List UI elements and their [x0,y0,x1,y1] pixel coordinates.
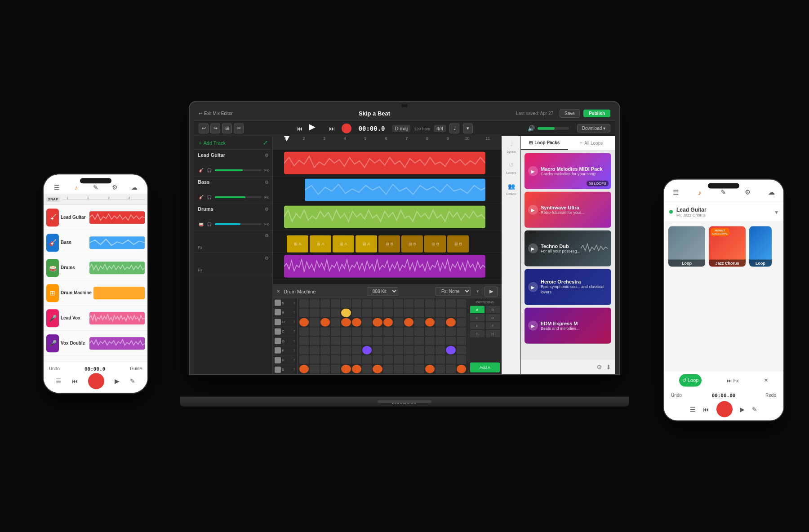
track-fx-label[interactable]: Fx [198,268,269,272]
redo-button[interactable]: ↪ [210,123,220,133]
dm-cell[interactable] [414,327,424,336]
track-fader[interactable] [215,196,262,198]
track-block-drums[interactable] [284,206,485,228]
tab-all-loops[interactable]: ≡ All Loops [568,136,615,150]
dm-cell[interactable] [310,327,319,336]
dm-cell[interactable] [436,346,445,355]
add-track-button[interactable]: +Add Track ⤢ [194,136,272,150]
dm-cell[interactable] [394,309,403,317]
dm-cell[interactable] [457,309,466,317]
pack-item-techno[interactable]: Techno Dub For all your post-reg... ▶ [525,231,611,266]
pack-item-synthwave[interactable]: Synthwave Ultra Retro-futurism for your.… [525,192,611,228]
pr-chevron-down-icon[interactable]: ▾ [775,208,778,215]
dm-cell-active[interactable] [320,318,330,327]
track-fx-label[interactable]: Fx [264,195,269,200]
track-block-drum-machine[interactable]: ⊞ A ⊞ A ⊞ A ⊞ A ⊞ B ⊞ B ⊞ B ⊞ B [284,233,485,255]
pack-play-button[interactable]: ▶ [528,166,538,176]
skip-forward-button[interactable]: ⏭ [326,122,338,134]
dm-cell[interactable] [373,327,382,336]
dm-cell[interactable] [383,365,393,373]
dm-cell[interactable] [299,327,309,336]
dm-cell-active[interactable] [352,365,361,373]
ph-skip-back-icon[interactable]: ⏮ [72,377,78,385]
pack-play-button[interactable]: ▶ [528,321,538,331]
pack-item-heroic[interactable]: Heroic Orchestra Epic symphonic sou... a… [525,269,611,305]
dm-cell[interactable] [299,337,309,345]
ph-track-bar-dm[interactable] [93,287,145,299]
ph-cloud-icon[interactable]: ☁ [128,181,141,194]
dm-cell-active[interactable] [352,318,361,327]
ph-pencil-icon[interactable]: ✎ [130,377,135,385]
metronome-button[interactable]: ♩ [449,123,459,133]
dm-cell-active[interactable] [404,318,413,327]
dm-cell[interactable] [341,337,351,345]
track-gear-icon[interactable]: ⚙ [265,152,269,157]
dm-cell[interactable] [457,346,466,355]
dm-cell[interactable] [362,365,372,373]
dm-cell[interactable] [310,365,319,373]
pr-menu-icon[interactable]: ☰ [690,405,696,412]
dm-cell[interactable] [362,318,372,327]
dm-cell[interactable] [394,355,403,364]
dm-cell[interactable] [425,337,435,345]
dm-cell[interactable] [436,337,445,345]
ph-track-bar-vox2[interactable] [89,337,145,350]
track-fader[interactable] [215,223,262,225]
dm-cell-active[interactable] [373,318,382,327]
dm-cell[interactable] [446,355,455,364]
pack-play-button[interactable]: ▶ [528,205,538,215]
ph-track-bar-bass[interactable] [89,236,145,249]
dm-cell[interactable] [436,355,445,364]
undo-button[interactable]: ↩ [199,123,209,133]
track-fx-label[interactable]: Fx [198,245,269,250]
pr-record-button[interactable] [716,401,733,417]
dm-cell[interactable] [310,346,319,355]
track-block-guitar[interactable] [284,152,485,174]
play-button[interactable]: ▶ [309,121,323,135]
dm-cell[interactable] [425,299,435,308]
dm-cell[interactable] [331,365,340,373]
pr-cloud-icon[interactable]: ☁ [765,186,778,199]
dm-play-button[interactable]: ▶ [485,286,498,296]
record-button[interactable] [342,123,351,133]
dm-pattern-E[interactable]: E [470,322,485,329]
dm-cell[interactable] [373,346,382,355]
dm-cell[interactable] [383,355,393,364]
dm-pattern-C[interactable]: C [470,314,485,321]
ph-menu-icon[interactable]: ☰ [56,377,62,385]
dm-cell[interactable] [331,355,340,364]
time-sig-display[interactable]: 4/4 [434,124,446,132]
dm-cell[interactable] [425,355,435,364]
dm-cell[interactable] [414,299,424,308]
dm-cell-active[interactable] [299,318,309,327]
dm-cell[interactable] [373,355,382,364]
dm-cell[interactable] [320,355,330,364]
dm-cell[interactable] [446,337,455,345]
dm-cell[interactable] [446,365,455,373]
pr-loops-icon[interactable]: ♪ [693,186,707,199]
dm-cell[interactable] [404,365,413,373]
dm-cell[interactable] [404,355,413,364]
pr-play-icon[interactable]: ▶ [740,405,745,412]
dm-cell[interactable] [404,309,413,317]
dm-cell[interactable] [352,309,361,317]
dm-cell[interactable] [394,337,403,345]
dm-cell[interactable] [310,309,319,317]
dm-cell-active[interactable] [341,365,351,373]
track-fx-label[interactable]: Fx [264,222,269,226]
dm-cell[interactable] [414,318,424,327]
track-gear-icon[interactable]: ⚙ [265,233,269,238]
dm-pattern-H[interactable]: H [486,330,500,337]
dm-cell[interactable] [394,318,403,327]
dm-cell[interactable] [362,355,372,364]
track-block-lead-vox[interactable] [284,255,485,278]
dm-cell[interactable] [331,346,340,355]
dm-kit-select[interactable]: 808 Kit [367,287,398,296]
dm-cell[interactable] [362,299,372,308]
dm-cell[interactable] [352,337,361,345]
pr-fx-tool[interactable]: ✕ [764,377,768,383]
dm-cell[interactable] [310,318,319,327]
dm-cell[interactable] [404,327,413,336]
sir-loops[interactable]: ↺ Loops [507,160,516,175]
dm-pattern-D[interactable]: D [486,314,500,321]
